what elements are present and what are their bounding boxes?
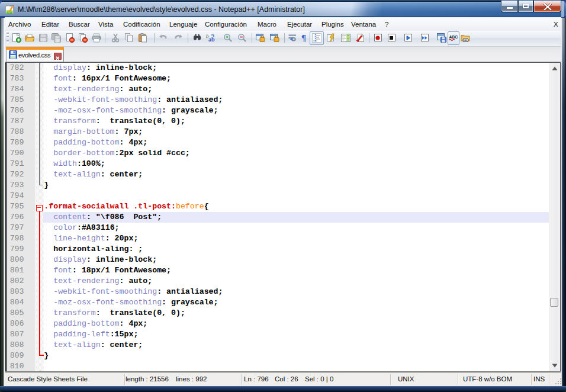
svg-text:¶: ¶: [301, 33, 306, 43]
svg-text:ABC: ABC: [449, 35, 458, 39]
